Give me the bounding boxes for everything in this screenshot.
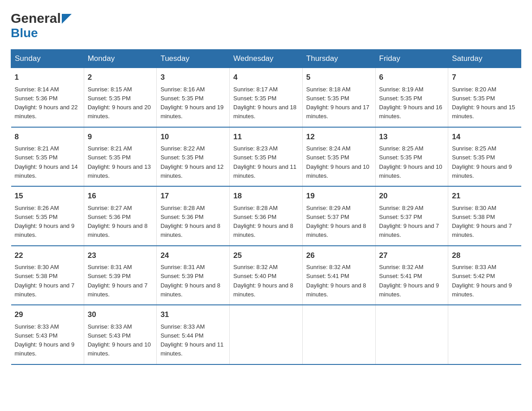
calendar-week-row: 8Sunrise: 8:21 AMSunset: 5:35 PMDaylight… xyxy=(11,127,521,187)
day-info: Sunrise: 8:29 AMSunset: 5:37 PMDaylight:… xyxy=(379,205,439,239)
day-info: Sunrise: 8:21 AMSunset: 5:35 PMDaylight:… xyxy=(88,145,151,179)
calendar-cell: 24Sunrise: 8:31 AMSunset: 5:39 PMDayligh… xyxy=(157,246,230,305)
day-number: 6 xyxy=(379,72,445,83)
calendar-cell: 31Sunrise: 8:33 AMSunset: 5:44 PMDayligh… xyxy=(157,305,230,364)
calendar-cell: 14Sunrise: 8:25 AMSunset: 5:35 PMDayligh… xyxy=(448,127,521,187)
calendar-header-sunday: Sunday xyxy=(11,50,84,68)
calendar-cell xyxy=(375,305,448,364)
day-info: Sunrise: 8:33 AMSunset: 5:44 PMDaylight:… xyxy=(160,323,223,357)
calendar-cell: 2Sunrise: 8:15 AMSunset: 5:35 PMDaylight… xyxy=(84,68,157,127)
day-number: 3 xyxy=(160,72,226,83)
day-number: 25 xyxy=(233,250,299,261)
calendar-cell: 30Sunrise: 8:33 AMSunset: 5:43 PMDayligh… xyxy=(84,305,157,364)
calendar-cell: 17Sunrise: 8:28 AMSunset: 5:36 PMDayligh… xyxy=(157,186,230,246)
logo-blue-text: Blue xyxy=(11,26,38,40)
calendar-cell: 5Sunrise: 8:18 AMSunset: 5:35 PMDaylight… xyxy=(302,68,375,127)
day-info: Sunrise: 8:24 AMSunset: 5:35 PMDaylight:… xyxy=(306,145,369,179)
day-number: 17 xyxy=(160,190,226,202)
day-info: Sunrise: 8:25 AMSunset: 5:35 PMDaylight:… xyxy=(379,145,442,179)
page-header: General Blue xyxy=(11,11,521,40)
logo-triangle-icon xyxy=(62,14,72,24)
calendar-header-thursday: Thursday xyxy=(302,50,375,68)
day-number: 16 xyxy=(88,190,153,202)
day-info: Sunrise: 8:20 AMSunset: 5:35 PMDaylight:… xyxy=(452,86,515,120)
day-number: 31 xyxy=(160,309,226,321)
day-info: Sunrise: 8:30 AMSunset: 5:38 PMDaylight:… xyxy=(452,205,512,239)
calendar-cell: 10Sunrise: 8:22 AMSunset: 5:35 PMDayligh… xyxy=(157,127,230,187)
calendar-cell: 15Sunrise: 8:26 AMSunset: 5:35 PMDayligh… xyxy=(11,186,84,246)
day-number: 29 xyxy=(15,309,80,321)
day-number: 12 xyxy=(306,131,372,143)
calendar-cell: 29Sunrise: 8:33 AMSunset: 5:43 PMDayligh… xyxy=(11,305,84,364)
day-info: Sunrise: 8:31 AMSunset: 5:39 PMDaylight:… xyxy=(160,264,220,298)
calendar-cell: 22Sunrise: 8:30 AMSunset: 5:38 PMDayligh… xyxy=(11,246,84,305)
day-info: Sunrise: 8:22 AMSunset: 5:35 PMDaylight:… xyxy=(160,145,223,179)
calendar-cell: 3Sunrise: 8:16 AMSunset: 5:35 PMDaylight… xyxy=(157,68,230,127)
calendar-cell: 18Sunrise: 8:28 AMSunset: 5:36 PMDayligh… xyxy=(230,186,303,246)
calendar-cell: 27Sunrise: 8:32 AMSunset: 5:41 PMDayligh… xyxy=(375,246,448,305)
day-info: Sunrise: 8:33 AMSunset: 5:43 PMDaylight:… xyxy=(15,323,75,357)
day-info: Sunrise: 8:28 AMSunset: 5:36 PMDaylight:… xyxy=(160,205,220,239)
day-info: Sunrise: 8:23 AMSunset: 5:35 PMDaylight:… xyxy=(233,145,296,179)
svg-marker-0 xyxy=(62,14,72,24)
day-info: Sunrise: 8:29 AMSunset: 5:37 PMDaylight:… xyxy=(306,205,366,239)
day-number: 9 xyxy=(88,131,153,143)
logo: General Blue xyxy=(11,11,72,40)
day-info: Sunrise: 8:15 AMSunset: 5:35 PMDaylight:… xyxy=(88,86,151,120)
day-info: Sunrise: 8:19 AMSunset: 5:35 PMDaylight:… xyxy=(379,86,442,120)
day-info: Sunrise: 8:33 AMSunset: 5:42 PMDaylight:… xyxy=(452,264,512,298)
day-info: Sunrise: 8:26 AMSunset: 5:35 PMDaylight:… xyxy=(15,205,75,239)
day-number: 19 xyxy=(306,190,372,202)
calendar-cell xyxy=(302,305,375,364)
calendar-cell: 26Sunrise: 8:32 AMSunset: 5:41 PMDayligh… xyxy=(302,246,375,305)
day-number: 21 xyxy=(452,190,517,202)
day-number: 27 xyxy=(379,250,445,261)
day-number: 8 xyxy=(15,131,80,143)
day-info: Sunrise: 8:32 AMSunset: 5:40 PMDaylight:… xyxy=(233,264,293,298)
calendar-cell: 8Sunrise: 8:21 AMSunset: 5:35 PMDaylight… xyxy=(11,127,84,187)
day-number: 28 xyxy=(452,250,517,261)
calendar-cell: 7Sunrise: 8:20 AMSunset: 5:35 PMDaylight… xyxy=(448,68,521,127)
day-number: 13 xyxy=(379,131,445,143)
day-number: 23 xyxy=(88,250,153,261)
day-info: Sunrise: 8:28 AMSunset: 5:36 PMDaylight:… xyxy=(233,205,293,239)
calendar-cell: 19Sunrise: 8:29 AMSunset: 5:37 PMDayligh… xyxy=(302,186,375,246)
calendar-cell: 16Sunrise: 8:27 AMSunset: 5:36 PMDayligh… xyxy=(84,186,157,246)
calendar-cell: 20Sunrise: 8:29 AMSunset: 5:37 PMDayligh… xyxy=(375,186,448,246)
calendar-week-row: 15Sunrise: 8:26 AMSunset: 5:35 PMDayligh… xyxy=(11,186,521,246)
calendar-cell: 25Sunrise: 8:32 AMSunset: 5:40 PMDayligh… xyxy=(230,246,303,305)
calendar-cell: 9Sunrise: 8:21 AMSunset: 5:35 PMDaylight… xyxy=(84,127,157,187)
day-number: 5 xyxy=(306,72,372,83)
calendar-table: SundayMondayTuesdayWednesdayThursdayFrid… xyxy=(11,49,521,365)
day-info: Sunrise: 8:31 AMSunset: 5:39 PMDaylight:… xyxy=(88,264,148,298)
day-number: 14 xyxy=(452,131,517,143)
day-info: Sunrise: 8:30 AMSunset: 5:38 PMDaylight:… xyxy=(15,264,75,298)
day-number: 4 xyxy=(233,72,299,83)
calendar-cell: 1Sunrise: 8:14 AMSunset: 5:36 PMDaylight… xyxy=(11,68,84,127)
day-number: 24 xyxy=(160,250,226,261)
calendar-week-row: 1Sunrise: 8:14 AMSunset: 5:36 PMDaylight… xyxy=(11,68,521,127)
day-info: Sunrise: 8:32 AMSunset: 5:41 PMDaylight:… xyxy=(379,264,439,298)
day-number: 10 xyxy=(160,131,226,143)
calendar-header-wednesday: Wednesday xyxy=(230,50,303,68)
day-info: Sunrise: 8:27 AMSunset: 5:36 PMDaylight:… xyxy=(88,205,148,239)
calendar-week-row: 22Sunrise: 8:30 AMSunset: 5:38 PMDayligh… xyxy=(11,246,521,305)
day-info: Sunrise: 8:14 AMSunset: 5:36 PMDaylight:… xyxy=(15,86,78,120)
day-info: Sunrise: 8:25 AMSunset: 5:35 PMDaylight:… xyxy=(452,145,512,179)
day-number: 22 xyxy=(15,250,80,261)
calendar-cell: 12Sunrise: 8:24 AMSunset: 5:35 PMDayligh… xyxy=(302,127,375,187)
day-number: 30 xyxy=(88,309,153,321)
day-number: 2 xyxy=(88,72,153,83)
calendar-header-saturday: Saturday xyxy=(448,50,521,68)
day-info: Sunrise: 8:16 AMSunset: 5:35 PMDaylight:… xyxy=(160,86,223,120)
calendar-cell: 21Sunrise: 8:30 AMSunset: 5:38 PMDayligh… xyxy=(448,186,521,246)
calendar-header-monday: Monday xyxy=(84,50,157,68)
day-info: Sunrise: 8:21 AMSunset: 5:35 PMDaylight:… xyxy=(15,145,78,179)
day-number: 26 xyxy=(306,250,372,261)
calendar-cell: 6Sunrise: 8:19 AMSunset: 5:35 PMDaylight… xyxy=(375,68,448,127)
calendar-cell xyxy=(230,305,303,364)
day-number: 18 xyxy=(233,190,299,202)
calendar-cell xyxy=(448,305,521,364)
day-info: Sunrise: 8:32 AMSunset: 5:41 PMDaylight:… xyxy=(306,264,366,298)
day-number: 7 xyxy=(452,72,517,83)
